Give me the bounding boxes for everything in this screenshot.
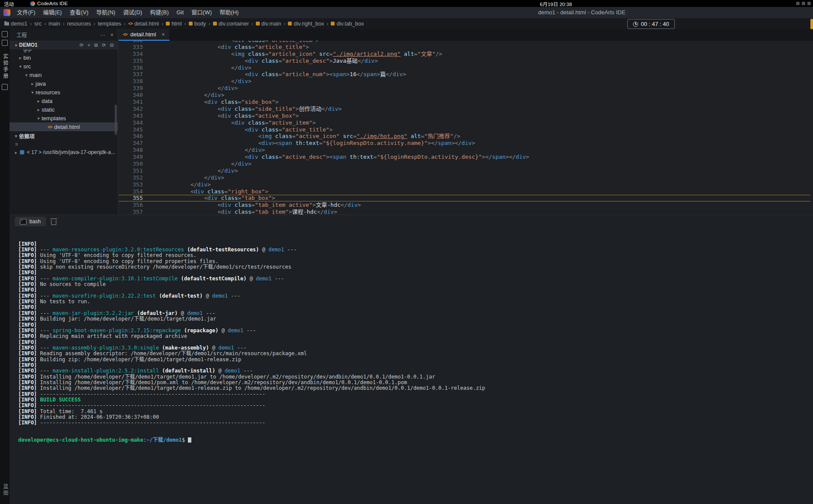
app-logo-icon[interactable] <box>3 9 10 16</box>
code-line-355[interactable]: 355 <div class="tab_box"> <box>119 195 810 202</box>
tree-item-static[interactable]: ▸static <box>10 105 118 114</box>
dependencies-toolbar[interactable]: ≡ <box>10 140 118 148</box>
new-file-icon[interactable]: + <box>87 42 90 48</box>
activity-strip: 实验手册 蓝图 <box>0 29 10 504</box>
jdk-dependency-label: < 17 > /usr/lib/jvm/java-17-openjdk-a... <box>27 149 115 155</box>
breadcrumb-item-div.main[interactable]: div.main <box>256 21 281 27</box>
close-panel-icon[interactable]: × <box>110 32 113 38</box>
tree-item-resources[interactable]: ▾resources <box>10 88 118 96</box>
codearts-ide-window: 活动 CodeArts IDE 6月19日 20:38 文件(F)编辑(E)查看… <box>0 0 813 504</box>
tree-item-java[interactable]: ▸java <box>10 79 118 88</box>
menu-导航(N)[interactable]: 导航(N) <box>92 8 119 17</box>
kill-terminal-icon[interactable] <box>51 220 56 225</box>
code-line-343[interactable]: 343 <div class="active_box"> <box>119 112 810 119</box>
code-line-346[interactable]: 346 <img class="active_icon" src="./img/… <box>119 133 810 140</box>
breadcrumb-item-resources[interactable]: resources <box>67 21 91 27</box>
code-line-337[interactable]: 337 <div class="article_num"><span>16</s… <box>119 71 810 78</box>
close-tab-icon[interactable]: × <box>161 31 165 38</box>
tree-item-detail.html[interactable]: <>detail.html <box>10 122 118 131</box>
tree-item-main[interactable]: ▾main <box>10 71 118 79</box>
sync-icon[interactable]: ⟳ <box>80 42 84 48</box>
terminal-body[interactable]: [INFO][INFO] --- maven-resources-plugin:… <box>18 230 810 504</box>
tray-icon[interactable] <box>796 2 800 5</box>
tray-icon[interactable] <box>807 2 811 5</box>
breadcrumb-item-div.right_box[interactable]: div.right_box <box>288 21 324 27</box>
terminal-tab-bash[interactable]: bash <box>15 217 46 226</box>
code-line-336[interactable]: 336 </div> <box>119 64 810 71</box>
terminal-line: [INFO] --- maven-resources-plugin:3.2.0:… <box>18 247 810 253</box>
system-clock[interactable]: 6月19日 20:38 <box>540 0 572 7</box>
code-line-349[interactable]: 349 <div class="active_desc"><span th:te… <box>119 154 810 161</box>
terminal-line: [INFO] ---------------------------------… <box>18 392 810 397</box>
code-line-335[interactable]: 335 <div class="article_desc">Java基础</di… <box>119 58 810 64</box>
breadcrumb-item-div.tab_box[interactable]: div.tab_box <box>331 21 364 27</box>
terminal-line: [INFO] Using 'UTF-8' encoding to copy fi… <box>18 253 810 258</box>
terminal-line: [INFO] Installing /home/developer/下载/dem… <box>18 374 810 380</box>
collapse-all-icon[interactable]: ⊟ <box>110 42 114 48</box>
tray-icon[interactable] <box>802 2 805 5</box>
code-line-351[interactable]: 351 </div> <box>119 167 810 174</box>
tree-item-src[interactable]: ▾src <box>10 62 118 71</box>
code-line-356[interactable]: 356 <div class="tab_item active">文章-hdc<… <box>119 202 810 209</box>
menu-帮助(H)[interactable]: 帮助(H) <box>216 8 242 17</box>
app-indicator[interactable]: CodeArts IDE <box>30 0 68 7</box>
tree-item-data[interactable]: ▸data <box>10 96 118 105</box>
code-line-357[interactable]: 357 <div class="tab_item">课程-hdc</div> <box>119 209 810 215</box>
code-line-350[interactable]: 350 </div> <box>119 161 810 167</box>
code-line-342[interactable]: 342 <div class="side_title">创作活动</div> <box>119 106 810 112</box>
breadcrumb-item-html[interactable]: html <box>166 21 182 27</box>
code-line-345[interactable]: 345 <div class="active_title"> <box>119 126 810 133</box>
tab-detail-html[interactable]: <> detail.html × <box>119 29 170 41</box>
breadcrumb-item-demo1[interactable]: demo1 <box>4 21 27 27</box>
more-actions-icon[interactable]: ··· <box>100 32 105 38</box>
line-number: 347 <box>119 140 143 147</box>
breadcrumb-item-main[interactable]: main <box>48 21 60 27</box>
dependencies-header[interactable]: ▾ 依赖项 <box>10 131 118 140</box>
breadcrumb-item-templates[interactable]: templates <box>98 21 121 27</box>
panel-toggle-icon[interactable] <box>2 40 8 46</box>
code-line-334[interactable]: 334 <img class="article_icon" src="./img… <box>119 51 810 58</box>
terminal-line: [INFO] Replacing main artifact with repa… <box>18 334 810 339</box>
code-line-341[interactable]: 341 <div class="side_box"> <box>119 99 810 106</box>
code-line-353[interactable]: 353 </div> <box>119 181 810 188</box>
breadcrumb-item-body[interactable]: body <box>189 21 206 27</box>
new-folder-icon[interactable]: ⊞ <box>94 42 98 48</box>
code-line-340[interactable]: 340 </div> <box>119 92 810 99</box>
code-editor[interactable]: 332 <div class="article_item">333 <div c… <box>119 41 810 215</box>
breadcrumb-separator: › <box>30 21 32 27</box>
breadcrumb-item-div.container[interactable]: div.container <box>213 21 249 27</box>
project-root-row[interactable]: ▾ DEMO1 ⟳ + ⊞ ⟳ ⊟ <box>10 41 118 49</box>
code-line-339[interactable]: 339 </div> <box>119 85 810 92</box>
sidebar-scrollbar-thumb[interactable] <box>115 105 117 135</box>
manual-icon[interactable] <box>2 84 8 90</box>
refresh-icon[interactable]: ⟳ <box>102 42 106 48</box>
menu-Git[interactable]: Git <box>173 8 188 17</box>
menu-窗口(W)[interactable]: 窗口(W) <box>187 8 216 17</box>
vertical-tab-bottom[interactable]: 蓝图 <box>2 484 9 497</box>
menu-查看(V)[interactable]: 查看(V) <box>66 8 92 17</box>
system-tray[interactable] <box>796 2 811 5</box>
tree-item-grp[interactable]: grp <box>10 49 118 53</box>
menu-编辑(E)[interactable]: 编辑(E) <box>39 8 66 17</box>
vertical-tab-lab-manual[interactable]: 实验手册 <box>2 54 9 80</box>
menu-文件(F)[interactable]: 文件(F) <box>13 8 39 17</box>
code-line-347[interactable]: 347 <div><span th:text="${loginRespDto.a… <box>119 140 810 147</box>
breadcrumb-item-src[interactable]: src <box>34 21 42 27</box>
tree-item-bin[interactable]: ▸bin <box>10 53 118 62</box>
code-line-354[interactable]: 354 <div class="right_box"> <box>119 188 810 195</box>
code-line-332[interactable]: 332 <div class="article_item"> <box>119 41 810 44</box>
activities-button[interactable]: 活动 <box>4 0 14 7</box>
code-line-344[interactable]: 344 <div class="active_item"> <box>119 119 810 126</box>
code-line-338[interactable]: 338 </div> <box>119 78 810 85</box>
panel-toggle-icon[interactable] <box>2 31 8 37</box>
breadcrumb-item-detail.html[interactable]: <>detail.html <box>128 21 159 27</box>
breadcrumb-separator: › <box>184 21 186 27</box>
menu-调试(D)[interactable]: 调试(D) <box>119 8 146 17</box>
code-line-333[interactable]: 333 <div class="article_title"> <box>119 44 810 51</box>
tree-item-templates[interactable]: ▾templates <box>10 114 118 122</box>
jdk-dependency-item[interactable]: ▸ < 17 > /usr/lib/jvm/java-17-openjdk-a.… <box>10 148 118 157</box>
code-line-348[interactable]: 348 </div> <box>119 147 810 154</box>
menu-构建(B)[interactable]: 构建(B) <box>146 8 172 17</box>
code-line-352[interactable]: 352 </div> <box>119 174 810 181</box>
terminal-line: [INFO] <box>18 305 810 310</box>
